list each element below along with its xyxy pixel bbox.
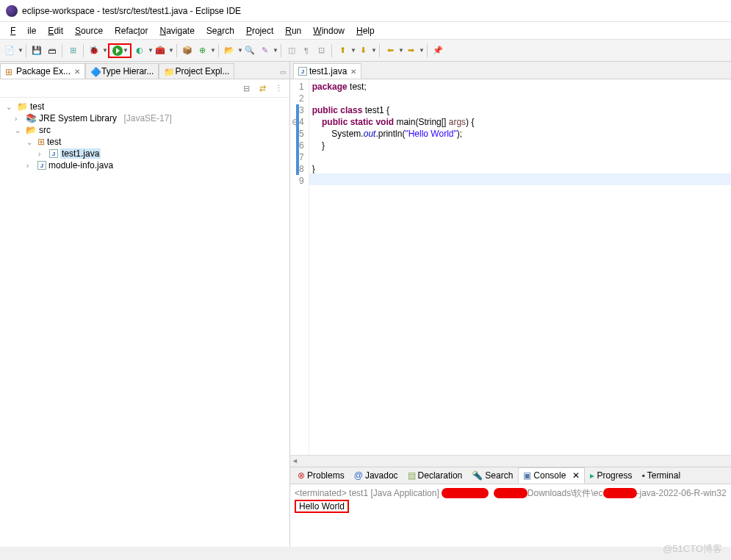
forward-icon[interactable]: ➡ [404,44,417,57]
hierarchy-icon: 🔷 [90,67,99,76]
line-gutter: 123 ⊖4 56789 [290,79,309,455]
titlebar: eclipse-workspace - test/src/test/test1.… [0,0,731,22]
horizontal-scrollbar[interactable] [290,455,731,467]
dropdown-icon[interactable]: ▼ [102,47,107,54]
search-icon: 🔦 [472,470,483,481]
coverage-icon[interactable]: ◐ [133,44,146,57]
tab-project-explorer[interactable]: 📁 Project Expl... [159,63,234,79]
dropdown-icon[interactable]: ▼ [18,47,22,54]
console-output-line: Hello World [295,500,727,513]
collapse-all-icon[interactable]: ⊟ [240,82,253,95]
new-icon[interactable]: 📄 [3,44,16,57]
menu-source[interactable]: Source [69,24,109,38]
dropdown-icon[interactable]: ▼ [148,47,152,54]
redacted-text: xxxx [442,488,489,498]
open-type-icon[interactable]: 📂 [223,44,236,57]
watermark: @51CTO博客 [663,542,722,556]
dropdown-icon[interactable]: ▼ [350,47,355,54]
java-file-icon: J [298,67,307,76]
pin-icon[interactable]: 📌 [431,44,444,57]
editor-area: J test1.java ✕ 123 ⊖4 56789 package test… [290,62,731,547]
tree-jre[interactable]: ›📚JRE System Library [JavaSE-17] [0,112,289,124]
eclipse-logo-icon [6,5,18,17]
close-icon[interactable]: ✕ [350,68,356,76]
dropdown-icon[interactable]: ▼ [419,47,423,54]
tree-src[interactable]: ⌄📂src [0,124,289,136]
tab-terminal[interactable]: ▪Terminal [637,468,685,483]
menu-search[interactable]: Search [201,24,240,38]
tab-package-explorer[interactable]: ⊞ Package Ex... ✕ [0,63,85,79]
view-menu-icon[interactable]: ⋮ [272,82,285,95]
redacted-text: x [603,488,637,498]
menu-edit[interactable]: Edit [42,24,69,38]
dropdown-icon[interactable]: ▼ [273,47,277,54]
dropdown-icon[interactable]: ▼ [210,47,215,54]
code-editor[interactable]: 123 ⊖4 56789 package test; public class … [290,79,731,455]
minimize-icon[interactable]: ▭ [276,65,289,79]
console-header: <terminated> test1 [Java Application] xx… [295,487,727,500]
menu-navigate[interactable]: Navigate [154,24,200,38]
console-view: <terminated> test1 [Java Application] xx… [290,484,731,547]
task-icon[interactable]: ✎ [258,44,271,57]
menu-refactor[interactable]: Refactor [109,24,154,38]
new-package-icon[interactable]: 📦 [181,44,194,57]
code-content[interactable]: package test; public class test1 { publi… [309,79,731,455]
new-class-icon[interactable]: ⊕ [195,44,209,57]
menu-project[interactable]: Project [240,24,279,38]
tab-type-hierarchy[interactable]: 🔷 Type Hierar... [85,63,159,79]
tree-file-test1[interactable]: ›Jtest1.java [0,148,289,159]
tree-package[interactable]: ⌄⊞test [0,136,289,148]
package-node-icon: ⊞ [37,137,45,147]
toggle-mark-icon[interactable]: ◫ [285,44,298,57]
java-file-icon: J [49,149,58,158]
java-file-icon: J [37,161,46,170]
tab-console[interactable]: ▣Console ✕ [518,467,585,484]
toggle-block-icon[interactable]: ¶ [300,44,313,57]
javadoc-icon: @ [354,470,363,481]
tab-javadoc[interactable]: @Javadoc [350,468,403,483]
debug-icon[interactable]: 🐞 [87,44,101,57]
menu-file[interactable]: File [4,24,42,38]
dropdown-icon[interactable]: ▼ [371,47,375,54]
search-icon[interactable]: 🔍 [243,44,256,57]
tab-declaration[interactable]: ▤Declaration [403,468,467,483]
run-last-icon[interactable]: 🧰 [154,44,167,57]
editor-tab-test1[interactable]: J test1.java ✕ [293,63,361,79]
package-explorer-view: ⊞ Package Ex... ✕ 🔷 Type Hierar... 📁 Pro… [0,62,290,547]
run-icon[interactable] [112,46,123,56]
back-icon[interactable]: ⬅ [383,44,397,57]
tree-project[interactable]: ⌄📁test [0,101,289,112]
run-button-highlight: ▼ [108,43,132,58]
menu-help[interactable]: Help [350,24,381,38]
save-all-icon[interactable]: 🗃 [45,44,58,57]
dropdown-icon[interactable]: ▼ [123,47,127,54]
dropdown-icon[interactable]: ▼ [398,47,403,54]
tab-search[interactable]: 🔦Search [467,468,517,483]
window-title: eclipse-workspace - test/src/test/test1.… [22,6,241,16]
dropdown-icon[interactable]: ▼ [168,47,173,54]
dropdown-icon[interactable]: ▼ [237,47,242,54]
toggle-icon[interactable]: ⊞ [66,44,79,57]
toolbar: 📄▼ 💾 🗃 ⊞ 🐞▼ ▼ ◐▼ 🧰▼ 📦 ⊕▼ 📂▼ 🔍 ✎▼ ◫ ¶ ⊡ ⬆… [0,40,731,62]
close-icon[interactable]: ✕ [74,68,80,76]
menu-run[interactable]: Run [279,24,307,38]
project-icon: 📁 [164,67,173,76]
annotation-next-icon[interactable]: ⬇ [356,44,370,57]
close-icon[interactable]: ✕ [572,470,580,481]
tab-problems[interactable]: ⊗Problems [293,468,349,483]
link-editor-icon[interactable]: ⇄ [256,82,269,95]
annotation-prev-icon[interactable]: ⬆ [336,44,349,57]
src-folder-icon: 📂 [26,125,37,135]
bottom-tabs: ⊗Problems @Javadoc ▤Declaration 🔦Search … [290,467,731,484]
menubar: File Edit Source Refactor Navigate Searc… [0,22,731,40]
tree-file-moduleinfo[interactable]: ›Jmodule-info.java [0,159,289,171]
library-icon: 📚 [26,113,37,123]
project-folder-icon: 📁 [17,101,28,112]
declaration-icon: ▤ [408,470,416,481]
tree: ⌄📁test ›📚JRE System Library [JavaSE-17] … [0,98,289,547]
problems-icon: ⊗ [298,470,305,481]
menu-window[interactable]: Window [307,24,350,38]
tab-progress[interactable]: ▸Progress [586,468,636,483]
save-icon[interactable]: 💾 [30,44,43,57]
toggle-ws-icon[interactable]: ⊡ [314,44,328,57]
